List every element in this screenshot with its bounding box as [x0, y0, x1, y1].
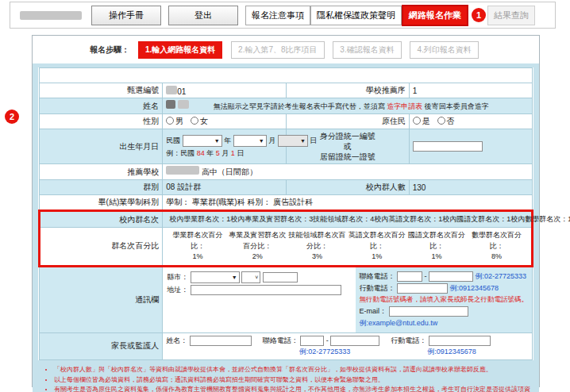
- ranks-label: 校內群名次: [40, 211, 163, 228]
- guardian-phone-area-input[interactable]: [300, 336, 324, 346]
- step-bar: 報名步驟： 1.輸入網路報名資料 2.輸入第7、8比序項目 3.確認報名資料 4…: [33, 36, 539, 63]
- guardian-cell: 姓名： 聯絡電話： -: [163, 332, 533, 359]
- chevron-down-icon: ▼: [300, 138, 306, 144]
- birth-example: 例：民國 84 年 5 月 1 日: [166, 148, 282, 159]
- percent-item: 學業群名次百分比：1%: [168, 230, 227, 263]
- guardian-name-input[interactable]: [190, 336, 252, 346]
- instruction-notes: 「校內群人數」與「校內群名次」等資料由就讀學校提供本會，並經公式自動換算「群名次…: [38, 365, 533, 392]
- chevron-down-icon: ▼: [214, 138, 220, 144]
- redacted-text: [178, 100, 189, 109]
- phone-label: 聯絡電話：: [360, 272, 395, 280]
- phone-dash: -: [425, 272, 427, 280]
- tab-online-registration[interactable]: 網路報名作業: [402, 5, 468, 26]
- note-item: 以上每個欄位皆為必填資料，請務必填寫；通訊資料請務必填寫招生期間確實可聯繫之資料…: [54, 375, 533, 385]
- table-row: 甄選編號 01 學校推薦序 1: [40, 83, 533, 98]
- ranks-values: 校內學業群名次：1 校內專業及實習群名次：3 技能領域群名次：4 校內英語文群名…: [163, 211, 533, 228]
- percent-item: 英語文群名次百分比：1%: [347, 230, 406, 263]
- native-yes-radio[interactable]: [413, 117, 421, 125]
- birth-year-unit: 年: [224, 136, 231, 144]
- birth-era-label: 民國: [166, 136, 180, 144]
- guardian-mobile-input[interactable]: [429, 336, 491, 346]
- section-title: 1.輸入網路報名資料: [40, 68, 533, 83]
- sex-female-radio[interactable]: [191, 117, 198, 125]
- guardian-phone-number-input[interactable]: [330, 336, 379, 346]
- district-select[interactable]: ˅: [241, 271, 260, 283]
- percent-item: 國語文群名次百分比：1%: [406, 230, 466, 263]
- school-rank-value: 1: [409, 83, 532, 98]
- rank-item: 校內學業群名次：1: [169, 214, 230, 225]
- contact-address-block: 縣市： ▼ ˅ 地址：: [163, 267, 355, 332]
- table-row-guardian: 家長或監護人 姓名： 聯絡電話：: [40, 332, 533, 359]
- percent-item: 技能領域群名次百分比：3%: [287, 230, 347, 263]
- contact-phone-block: 聯絡電話： - 例:02-27725333 行動電話： 例:0912345: [356, 267, 533, 332]
- tab-result-query[interactable]: 結果查詢: [487, 6, 535, 25]
- county-select[interactable]: ▼: [191, 271, 240, 283]
- zip-input[interactable]: [263, 272, 298, 282]
- table-row: 推薦學校 高中（日間部）: [40, 164, 533, 180]
- guardian-phone-group: 聯絡電話： - 例:02-27725333: [263, 335, 380, 358]
- degree-value: 學制： 專業群(職業)科 科別： 廣告設計科: [163, 195, 533, 211]
- native-yes-label: 是: [422, 117, 430, 125]
- registration-page: 操作手冊 登出 報名注意事項 隱私權保護政策聲明 網路報名作業 1 結果查詢 2…: [0, 0, 570, 392]
- tab-registration-notice[interactable]: 報名注意事項: [245, 6, 310, 25]
- id-number-input[interactable]: [413, 141, 483, 152]
- table-row: 出生年月日 民國 ▼ 年 ▼ 月 ▼ 日 例：民國: [40, 129, 533, 164]
- address-label: 地址：: [167, 286, 188, 294]
- name-label: 姓名: [40, 98, 163, 114]
- birth-cell: 民國 ▼ 年 ▼ 月 ▼ 日 例：民國 84 年 5: [163, 129, 286, 164]
- contact-label: 通訊欄: [40, 266, 163, 332]
- mobile-input[interactable]: [397, 283, 448, 294]
- phone-example: 例:02-27725333: [476, 272, 527, 280]
- top-toolbar: 操作手冊 登出 報名注意事項 隱私權保護政策聲明 網路報名作業 1 結果查詢: [10, 2, 556, 29]
- glyph-request-form-link[interactable]: 造字申請表: [387, 102, 422, 110]
- table-row: 姓名 無法顯示之罕見字請於考生報名表中手寫代替，並須寫 造字申請表 後寄回本委員…: [40, 98, 533, 114]
- birth-year-select[interactable]: ▼: [183, 135, 222, 147]
- redacted-name-char: [166, 100, 175, 109]
- guardian-phone-dash: -: [326, 336, 329, 344]
- county-label: 縣市：: [167, 272, 188, 280]
- note-item: 有關考生是否為原住民之資料蒐集，係僅作為教育主管機關教育整體資料蒐集與統計之用，…: [54, 385, 533, 392]
- phone-number-input[interactable]: [429, 271, 473, 282]
- rare-char-note: 無法顯示之罕見字請於考生報名表中手寫代替，並須寫 造字申請表 後寄回本委員會造字: [214, 102, 489, 110]
- guardian-phone-label: 聯絡電話：: [263, 336, 298, 344]
- manual-button[interactable]: 操作手冊: [91, 6, 161, 25]
- guardian-mobile-example: 例:0912345678: [391, 347, 491, 357]
- guardian-name-label: 姓名：: [166, 336, 187, 344]
- phone-area-input[interactable]: [397, 271, 422, 282]
- guardian-mobile-group: 行動電話： 例:0912345678: [391, 335, 491, 358]
- chevron-down-icon: ▼: [232, 275, 237, 280]
- group-count-value: 130: [409, 180, 532, 195]
- tab-privacy-policy[interactable]: 隱私權保護政策聲明: [310, 6, 402, 25]
- table-row: 性別 男 女 原住民 是 否: [40, 114, 533, 129]
- address-input[interactable]: [191, 285, 341, 295]
- group-value: 08 設計群: [163, 180, 286, 195]
- guardian-phone-example: 例:02-27725333: [263, 347, 380, 357]
- percents-values: 學業群名次百分比：1% 專業及實習群名次百分比：2% 技能領域群名次百分比：3%…: [163, 228, 533, 267]
- chevron-down-icon: ˅: [255, 275, 258, 280]
- email-label: E-mail：: [360, 307, 387, 315]
- step-4-print-data: 4.列印報名資料: [410, 41, 478, 59]
- registration-form-container: 報名步驟： 1.輸入網路報名資料 2.輸入第7、8比序項目 3.確認報名資料 4…: [32, 35, 540, 387]
- redacted-username: [20, 11, 82, 20]
- logout-button[interactable]: 登出: [168, 6, 238, 25]
- rank-item: 校內專業及實習群名次：3: [230, 214, 313, 225]
- rank-item: 校內英語文群名次：1: [374, 214, 442, 225]
- percent-item: 專業及實習群名次百分比：2%: [228, 230, 287, 263]
- table-row-percents: 群名次百分比 學業群名次百分比：1% 專業及實習群名次百分比：2% 技能領域群名…: [40, 228, 533, 267]
- guardian-mobile-label: 行動電話：: [391, 336, 426, 344]
- redacted-text: [166, 86, 177, 94]
- id-number-cell: [409, 129, 532, 164]
- birth-day-select[interactable]: ▼: [278, 135, 308, 147]
- native-no-radio[interactable]: [437, 117, 445, 125]
- email-input[interactable]: [389, 306, 468, 317]
- birth-month-select[interactable]: ▼: [233, 135, 267, 147]
- mobile-label: 行動電話：: [360, 284, 395, 292]
- step-1-enter-data[interactable]: 1.輸入網路報名資料: [138, 41, 222, 59]
- chevron-down-icon: ▼: [259, 138, 264, 144]
- birth-label: 出生年月日: [40, 129, 163, 164]
- percents-label: 群名次百分比: [40, 228, 163, 267]
- sex-male-radio[interactable]: [166, 117, 174, 125]
- birth-month-unit: 月: [268, 136, 275, 144]
- recommend-school-value: 高中（日間部）: [163, 164, 533, 180]
- form-panel: 1.輸入網路報名資料 甄選編號 01 學校推薦序 1 姓名 無法顯示之罕見字請於…: [33, 63, 539, 392]
